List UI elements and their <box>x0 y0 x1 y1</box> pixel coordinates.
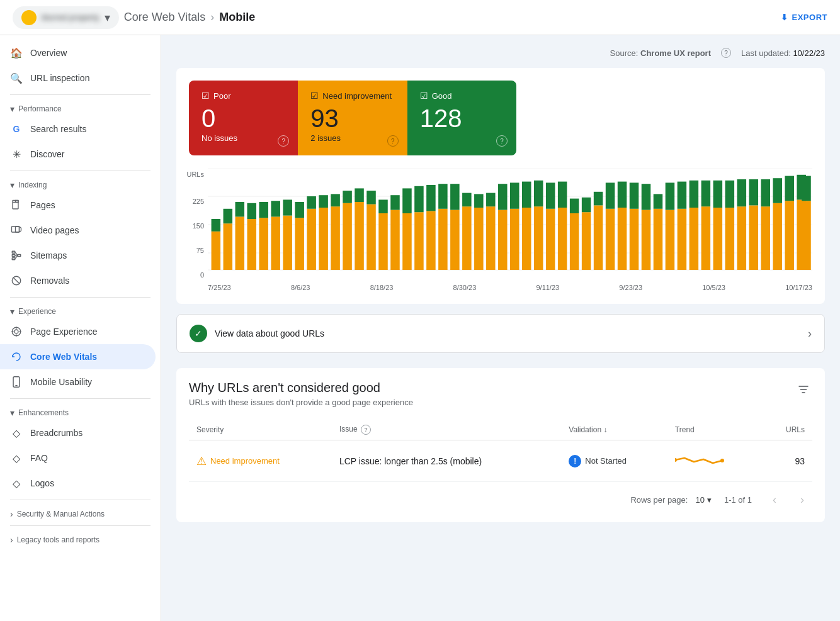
svg-rect-58 <box>378 213 388 270</box>
sidebar-item-breadcrumbs-label: Breadcrumbs <box>30 428 82 438</box>
breadcrumb-parent[interactable]: Core Web Vitals <box>124 11 205 24</box>
svg-rect-79 <box>498 184 508 210</box>
svg-rect-80 <box>510 209 519 270</box>
issues-table-head: Severity Issue ? Validation ↓ Trend URLs <box>189 420 812 440</box>
page-experience-icon <box>10 325 23 338</box>
svg-rect-53 <box>343 191 352 203</box>
view-data-button[interactable]: ✓ View data about good URLs › <box>176 314 825 353</box>
col-severity: Severity <box>189 420 332 440</box>
urls-cell: 93 <box>763 440 812 482</box>
sidebar-item-video-pages[interactable]: Video pages <box>0 218 156 243</box>
section-enhancements-label: Enhancements <box>18 408 69 417</box>
export-icon: ⬇ <box>781 13 788 22</box>
svg-rect-113 <box>701 181 711 206</box>
svg-rect-104 <box>654 209 663 270</box>
svg-rect-74 <box>474 208 484 270</box>
poor-info-icon[interactable]: ? <box>278 135 289 147</box>
export-button[interactable]: ⬇ EXPORT <box>781 13 827 22</box>
svg-rect-131 <box>802 176 811 201</box>
sidebar-item-breadcrumbs[interactable]: ◇ Breadcrumbs <box>0 420 156 445</box>
svg-rect-119 <box>737 179 747 206</box>
source-bar: Source: Chrome UX report ? Last updated:… <box>176 48 825 58</box>
source-info-icon[interactable]: ? <box>721 48 731 58</box>
property-selector[interactable]: blurred property ▾ <box>13 6 119 29</box>
svg-rect-38 <box>259 218 268 270</box>
sidebar-section-enhancements[interactable]: ▾ Enhancements <box>0 403 161 420</box>
chart-area: 7/25/23 8/6/23 8/18/23 8/30/23 9/11/23 9… <box>208 168 812 291</box>
svg-rect-121 <box>749 179 759 205</box>
filter-icon[interactable] <box>795 381 812 401</box>
issue-info-icon[interactable]: ? <box>361 425 371 435</box>
sidebar-item-search-results-label: Search results <box>30 124 86 134</box>
x-label-3: 8/18/23 <box>370 284 394 291</box>
svg-rect-51 <box>331 194 340 206</box>
next-page-button[interactable]: › <box>792 490 812 510</box>
svg-rect-34 <box>236 216 245 270</box>
svg-rect-107 <box>666 182 675 210</box>
prev-page-button[interactable]: ‹ <box>764 490 785 510</box>
sidebar-section-indexing[interactable]: ▾ Indexing <box>0 175 161 193</box>
validation-badge: ! Not Started <box>569 455 660 467</box>
sidebar-item-pages-label: Pages <box>30 200 55 210</box>
table-row[interactable]: ⚠ Need improvement LCP issue: longer tha… <box>189 440 812 482</box>
section-security-label: Security & Manual Actions <box>17 510 105 518</box>
sidebar-item-logos[interactable]: ◇ Logos <box>0 471 156 496</box>
pages-icon <box>10 199 23 211</box>
poor-check-icon: ☑ <box>201 91 210 101</box>
sidebar-item-url-inspection[interactable]: 🔍 URL inspection <box>0 65 156 91</box>
need-label: Need improvement <box>322 91 392 101</box>
svg-rect-95 <box>594 192 603 206</box>
y-225: 225 <box>193 198 204 205</box>
sort-icon[interactable]: ↓ <box>603 425 607 434</box>
sidebar-item-pages[interactable]: Pages <box>0 193 156 218</box>
poor-card-header: ☑ Poor <box>201 91 285 101</box>
sidebar-item-faq[interactable]: ◇ FAQ <box>0 445 156 471</box>
sidebar-section-legacy[interactable]: › Legacy tools and reports <box>0 530 161 547</box>
sidebar-item-mobile-usability[interactable]: Mobile Usability <box>0 369 156 394</box>
property-avatar <box>21 10 37 25</box>
svg-rect-68 <box>438 209 448 270</box>
svg-rect-76 <box>486 206 496 270</box>
sidebar-item-page-experience[interactable]: Page Experience <box>0 319 156 344</box>
svg-rect-35 <box>236 202 245 216</box>
sidebar-item-search-results[interactable]: G Search results <box>0 116 156 142</box>
view-data-label: View data about good URLs <box>215 328 324 338</box>
chart-bars <box>212 175 811 270</box>
svg-rect-88 <box>558 208 567 270</box>
sidebar-item-overview[interactable]: 🏠 Overview <box>0 40 156 65</box>
sidebar-item-removals[interactable]: Removals <box>0 268 156 293</box>
sidebar-item-logos-label: Logos <box>30 478 54 488</box>
svg-rect-72 <box>462 206 472 270</box>
svg-rect-70 <box>450 210 460 270</box>
svg-rect-112 <box>701 206 711 270</box>
sidebar-item-core-web-vitals[interactable]: Core Web Vitals <box>0 344 156 369</box>
svg-rect-100 <box>630 209 639 270</box>
svg-rect-45 <box>295 202 304 218</box>
stats-cards: ☑ Poor 0 No issues ? ☑ Need improvement … <box>189 81 516 155</box>
validation-cell: ! Not Started <box>561 440 667 482</box>
svg-rect-40 <box>271 216 280 270</box>
svg-rect-9 <box>12 255 15 257</box>
main-content: Source: Chrome UX report ? Last updated:… <box>161 35 840 621</box>
x-label-6: 9/23/23 <box>619 284 642 291</box>
good-info-icon[interactable]: ? <box>496 135 508 147</box>
svg-rect-102 <box>642 210 651 270</box>
svg-rect-99 <box>618 182 627 208</box>
sidebar-item-sitemaps[interactable]: Sitemaps <box>0 243 156 268</box>
sidebar-section-performance[interactable]: ▾ Performance <box>0 99 161 116</box>
need-info-icon[interactable]: ? <box>387 135 399 147</box>
sidebar-section-experience[interactable]: ▾ Experience <box>0 301 161 319</box>
sidebar-item-core-web-vitals-label: Core Web Vitals <box>30 352 97 362</box>
rows-per-page-selector[interactable]: 10 ▾ <box>695 495 711 505</box>
col-issue: Issue ? <box>332 420 561 440</box>
sidebar-item-video-pages-label: Video pages <box>30 225 79 235</box>
view-data-left: ✓ View data about good URLs <box>190 325 324 342</box>
svg-rect-61 <box>390 195 400 210</box>
divider-6 <box>10 525 150 526</box>
sidebar-item-discover[interactable]: ✳ Discover <box>0 142 156 167</box>
sidebar-item-faq-label: FAQ <box>30 453 48 463</box>
col-trend: Trend <box>667 420 763 440</box>
sidebar-section-security[interactable]: › Security & Manual Actions <box>0 504 161 522</box>
discover-icon: ✳ <box>10 148 23 160</box>
y-axis: URLs 225 150 75 0 <box>189 168 208 291</box>
